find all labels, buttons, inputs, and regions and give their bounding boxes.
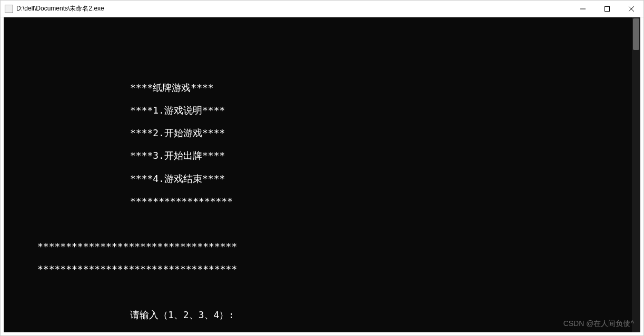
maximize-icon	[605, 6, 610, 12]
watermark: CSDN @在人间负债^	[563, 319, 634, 328]
close-button[interactable]	[619, 1, 643, 17]
console-content: ****纸牌游戏**** ****1.游戏说明**** ****2.开始游戏**…	[8, 44, 636, 335]
window-controls	[571, 1, 643, 17]
application-window: D:\dell\Documents\未命名2.exe ****纸牌游戏**** …	[0, 0, 644, 336]
scrollbar[interactable]	[632, 17, 640, 332]
close-icon	[629, 6, 634, 12]
titlebar-left: D:\dell\Documents\未命名2.exe	[5, 4, 104, 13]
svg-rect-1	[605, 7, 610, 12]
window-title: D:\dell\Documents\未命名2.exe	[16, 4, 104, 13]
menu-footer: ******************	[8, 196, 636, 207]
divider-2: ***********************************	[8, 263, 636, 275]
app-icon	[5, 5, 13, 13]
minimize-button[interactable]	[571, 1, 595, 17]
blank-line	[8, 218, 636, 230]
maximize-button[interactable]	[595, 1, 619, 17]
menu-item-4: ****4.游戏结束****	[8, 173, 636, 185]
input-prompt: 请输入（1、2、3、4）:	[8, 309, 636, 321]
menu-item-1: ****1.游戏说明****	[8, 105, 636, 116]
blank-line	[8, 286, 636, 298]
minimize-icon	[580, 6, 586, 12]
menu-item-2: ****2.开始游戏****	[8, 127, 636, 139]
menu-item-3: ****3.开始出牌****	[8, 150, 636, 161]
console-body[interactable]: ****纸牌游戏**** ****1.游戏说明**** ****2.开始游戏**…	[1, 17, 643, 335]
scrollbar-thumb[interactable]	[633, 18, 639, 50]
menu-title: ****纸牌游戏****	[8, 82, 636, 94]
divider-1: ***********************************	[8, 241, 636, 252]
titlebar: D:\dell\Documents\未命名2.exe	[1, 1, 643, 17]
